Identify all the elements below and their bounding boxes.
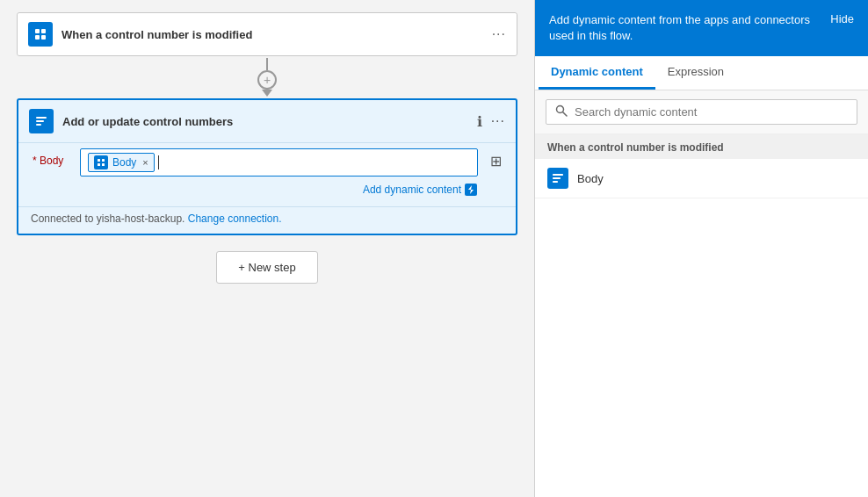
- body-field-label: * Body: [33, 148, 68, 167]
- right-panel-header-text: Add dynamic content from the apps and co…: [549, 12, 821, 44]
- body-item-icon: [547, 168, 568, 189]
- lightning-icon: [465, 184, 477, 196]
- add-dynamic-content-link[interactable]: Add dynamic content: [363, 184, 477, 196]
- change-connection-link[interactable]: Change connection.: [188, 212, 282, 225]
- svg-rect-0: [35, 29, 40, 33]
- trigger-card-menu[interactable]: ···: [492, 27, 506, 41]
- token-label: Body: [112, 156, 136, 169]
- action-card-info-icon[interactable]: ℹ: [477, 113, 482, 130]
- connector-arrow: [262, 90, 272, 97]
- svg-rect-6: [36, 124, 41, 126]
- svg-rect-5: [36, 120, 44, 122]
- svg-rect-4: [36, 117, 47, 119]
- text-cursor: [158, 155, 159, 169]
- svg-marker-11: [468, 185, 474, 194]
- field-edit-icon[interactable]: ⊞: [490, 148, 502, 169]
- tab-expression[interactable]: Expression: [655, 56, 736, 90]
- token-icon: [94, 155, 108, 169]
- hide-button[interactable]: Hide: [830, 12, 854, 25]
- svg-rect-2: [35, 35, 40, 40]
- connector: +: [257, 58, 277, 97]
- trigger-card-title: When a control number is modified: [61, 28, 483, 41]
- search-box: [546, 99, 857, 125]
- connector-plus[interactable]: +: [257, 70, 277, 90]
- body-item-label: Body: [577, 172, 604, 185]
- svg-rect-9: [98, 163, 100, 166]
- search-section: [535, 90, 868, 134]
- connection-info: Connected to yisha-host-backup. Change c…: [18, 206, 516, 234]
- action-card-menu[interactable]: ···: [491, 113, 505, 129]
- token-close-btn[interactable]: ×: [142, 157, 148, 168]
- trigger-icon: [28, 22, 53, 47]
- trigger-card: When a control number is modified ···: [17, 12, 517, 56]
- action-card-icon: [29, 109, 54, 133]
- search-icon: [555, 104, 568, 119]
- tabs-bar: Dynamic content Expression: [535, 56, 868, 90]
- connector-line: [266, 58, 268, 70]
- section-header: When a control number is modified: [535, 134, 868, 159]
- left-panel: When a control number is modified ··· + …: [0, 0, 534, 497]
- connection-text: Connected to yisha-host-backup.: [31, 212, 184, 225]
- dynamic-item-body[interactable]: Body: [535, 159, 868, 198]
- right-panel-header: Add dynamic content from the apps and co…: [535, 0, 868, 56]
- body-token-input[interactable]: Body ×: [80, 148, 478, 176]
- svg-rect-14: [553, 174, 563, 176]
- action-card: Add or update control numbers ℹ ··· * Bo…: [17, 98, 517, 235]
- new-step-button[interactable]: + New step: [216, 251, 317, 284]
- svg-rect-3: [41, 35, 46, 40]
- action-card-title: Add or update control numbers: [62, 115, 468, 128]
- svg-rect-8: [102, 159, 105, 162]
- svg-rect-1: [41, 29, 46, 33]
- body-token: Body ×: [88, 153, 155, 172]
- right-panel: Add dynamic content from the apps and co…: [534, 0, 868, 497]
- svg-rect-10: [102, 163, 105, 166]
- add-dynamic-label: Add dynamic content: [363, 184, 461, 196]
- svg-rect-15: [553, 177, 561, 179]
- tab-dynamic-content[interactable]: Dynamic content: [539, 56, 655, 90]
- svg-rect-16: [553, 181, 558, 183]
- svg-line-13: [563, 112, 568, 117]
- search-input[interactable]: [575, 105, 848, 119]
- svg-rect-7: [98, 159, 100, 162]
